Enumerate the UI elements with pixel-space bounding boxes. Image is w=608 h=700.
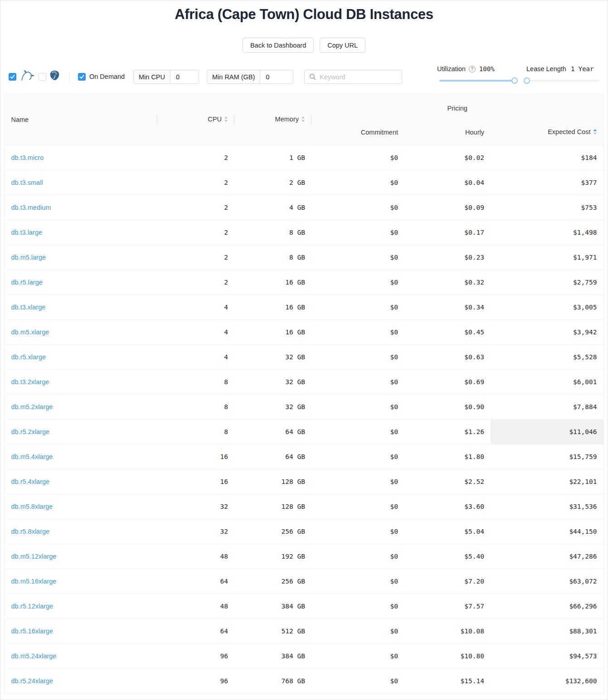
memory-cell: 16 GB	[234, 320, 311, 345]
action-buttons: Back to Dashboard Copy URL	[0, 38, 608, 53]
column-header-memory[interactable]: Memory	[234, 94, 311, 145]
expected-cost-cell: $22,101	[491, 469, 603, 494]
lease-length-slider[interactable]	[527, 77, 599, 84]
min-ram-input[interactable]	[260, 70, 293, 83]
instance-name-link[interactable]: db.r5.large	[11, 279, 42, 286]
expected-cost-cell: $377	[491, 170, 603, 195]
table-row: db.r5.xlarge 4 32 GB $0 $0.63 $5,528	[5, 345, 603, 370]
question-circle-icon[interactable]	[469, 66, 476, 72]
column-header-name[interactable]: Name	[5, 94, 157, 145]
instance-name-link[interactable]: db.r5.16xlarge	[11, 628, 53, 635]
memory-cell: 4 GB	[234, 195, 311, 220]
back-to-dashboard-button[interactable]: Back to Dashboard	[243, 38, 314, 53]
instance-name-link[interactable]: db.t3.medium	[11, 204, 51, 211]
sort-carets-icon[interactable]	[301, 116, 305, 124]
instance-name-link[interactable]: db.r5.2xlarge	[11, 428, 49, 435]
hourly-cell: $5.04	[404, 519, 491, 544]
column-header-expected-cost[interactable]: Expected Cost	[491, 120, 603, 145]
check-icon	[10, 74, 15, 80]
commitment-cell: $0	[311, 469, 404, 494]
memory-cell: 384 GB	[234, 594, 311, 619]
sort-carets-icon[interactable]	[224, 116, 228, 124]
column-header-hourly[interactable]: Hourly	[404, 120, 491, 145]
commitment-cell: $0	[311, 320, 404, 345]
memory-cell: 8 GB	[234, 245, 311, 270]
hourly-cell: $0.69	[404, 370, 491, 395]
memory-cell: 32 GB	[234, 395, 311, 420]
cpu-cell: 2	[157, 195, 234, 220]
min-cpu-input[interactable]	[170, 70, 199, 83]
mysql-filter-checkbox[interactable]	[9, 73, 16, 81]
cpu-cell: 96	[157, 644, 234, 669]
instance-name-link[interactable]: db.m5.2xlarge	[11, 403, 53, 410]
instance-name-link[interactable]: db.m5.xlarge	[11, 328, 49, 336]
page: Africa (Cape Town) Cloud DB Instances Ba…	[0, 0, 608, 700]
commitment-cell: $0	[311, 170, 404, 195]
cpu-cell: 32	[157, 519, 234, 544]
instance-name-link[interactable]: db.m5.12xlarge	[11, 553, 56, 560]
filter-bar: On Demand Min CPU Min RAM (GB) Utilizati…	[0, 64, 608, 87]
cpu-cell: 96	[157, 669, 234, 694]
instance-name-link[interactable]: db.m5.large	[11, 254, 46, 261]
instance-name-link[interactable]: db.t3.large	[11, 229, 42, 236]
hourly-cell: $2.52	[404, 469, 491, 494]
hourly-cell: $1.26	[404, 420, 491, 444]
instance-name-link[interactable]: db.t3.micro	[11, 154, 44, 161]
on-demand-label[interactable]: On Demand	[89, 73, 125, 81]
column-header-commitment[interactable]: Commitment	[311, 120, 404, 145]
table-row: db.t3.2xlarge 8 32 GB $0 $0.69 $6,001	[5, 370, 603, 395]
hourly-cell: $0.09	[404, 195, 491, 220]
keyword-input[interactable]	[320, 73, 397, 81]
commitment-cell: $0	[311, 519, 404, 544]
commitment-cell: $0	[311, 594, 404, 619]
instance-name-link[interactable]: db.t3.2xlarge	[11, 378, 49, 386]
instance-name-link[interactable]: db.t3.small	[11, 179, 43, 186]
table-row: db.t3.xlarge 4 16 GB $0 $0.34 $3,005	[5, 295, 603, 320]
instance-name-link[interactable]: db.r5.xlarge	[11, 353, 46, 361]
postgresql-elephant-icon	[49, 70, 60, 83]
memory-cell: 32 GB	[234, 345, 311, 370]
expected-cost-cell: $63,072	[491, 569, 603, 594]
instance-name-link[interactable]: db.r5.12xlarge	[11, 603, 53, 610]
memory-cell: 192 GB	[234, 544, 311, 569]
lease-length-value: 1 Year	[571, 65, 594, 72]
sort-carets-ascending-icon[interactable]	[593, 129, 597, 136]
memory-cell: 256 GB	[234, 569, 311, 594]
cpu-cell: 4	[157, 320, 234, 345]
expected-cost-cell: $11,046	[491, 420, 603, 444]
hourly-cell: $7.57	[404, 594, 491, 619]
copy-url-button[interactable]: Copy URL	[320, 38, 365, 53]
postgresql-filter-checkbox[interactable]	[39, 73, 46, 81]
instance-name-link[interactable]: db.m5.16xlarge	[11, 578, 56, 585]
hourly-cell: $0.17	[404, 220, 491, 245]
utilization-label-group: Utilization 100%	[437, 65, 495, 72]
lease-length-slider-thumb[interactable]	[524, 77, 530, 84]
instance-name-link[interactable]: db.r5.24xlarge	[11, 677, 53, 685]
instance-name-link[interactable]: db.m5.8xlarge	[11, 503, 53, 510]
on-demand-checkbox[interactable]	[78, 73, 86, 81]
commitment-cell: $0	[311, 494, 404, 519]
instance-name-link[interactable]: db.r5.4xlarge	[11, 478, 49, 485]
table-row: db.m5.2xlarge 8 32 GB $0 $0.90 $7,884	[5, 395, 603, 420]
expected-cost-cell: $44,150	[491, 519, 603, 544]
search-icon	[309, 73, 316, 80]
table-row: db.r5.16xlarge 64 512 GB $0 $10.08 $88,3…	[5, 619, 603, 644]
memory-cell: 2 GB	[234, 170, 311, 195]
column-header-cpu[interactable]: CPU	[157, 94, 234, 145]
memory-cell: 128 GB	[234, 494, 311, 519]
memory-cell: 8 GB	[234, 220, 311, 245]
utilization-value: 100%	[479, 65, 495, 72]
min-ram-label: Min RAM (GB)	[207, 70, 260, 83]
lease-length-label-group: Lease Length 1 Year	[526, 65, 593, 72]
instance-name-link[interactable]: db.m5.4xlarge	[11, 453, 53, 460]
utilization-slider-thumb[interactable]	[511, 77, 518, 84]
commitment-cell: $0	[311, 619, 404, 644]
instance-name-link[interactable]: db.t3.xlarge	[11, 304, 45, 311]
instance-name-link[interactable]: db.r5.8xlarge	[11, 528, 49, 535]
table-row: db.t3.medium 2 4 GB $0 $0.09 $753	[5, 195, 603, 220]
cpu-cell: 48	[157, 594, 234, 619]
instance-name-link[interactable]: db.m5.24xlarge	[11, 652, 56, 660]
utilization-slider[interactable]	[439, 77, 515, 84]
hourly-cell: $7.20	[404, 569, 491, 594]
hourly-cell: $3.60	[404, 494, 491, 519]
